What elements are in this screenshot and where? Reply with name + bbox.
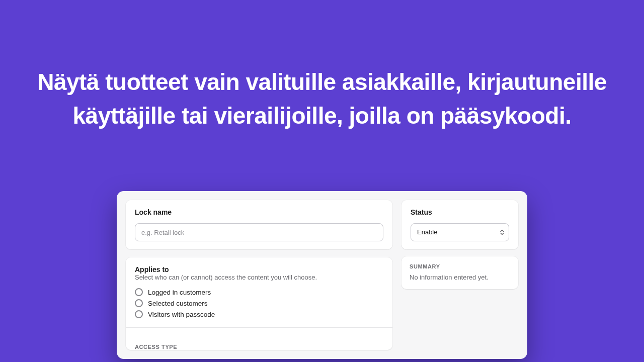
lock-name-title: Lock name	[135, 208, 383, 216]
right-column: Status Enable SUMMARY No information ent…	[401, 200, 518, 289]
radio-icon	[135, 299, 143, 307]
radio-selected-customers[interactable]: Selected customers	[135, 299, 383, 307]
applies-to-radio-group: Logged in customers Selected customers V…	[135, 288, 383, 318]
applies-to-card: Applies to Select who can (or cannot) ac…	[126, 257, 392, 350]
lock-name-card: Lock name	[126, 200, 392, 249]
divider	[126, 327, 392, 328]
hero-headline: Näytä tuotteet vain valituille asiakkail…	[0, 0, 644, 132]
status-card: Status Enable	[401, 200, 518, 249]
radio-icon	[135, 288, 143, 296]
radio-visitors-passcode[interactable]: Visitors with passcode	[135, 310, 383, 318]
status-title: Status	[411, 208, 509, 216]
applies-to-title: Applies to	[135, 265, 383, 274]
applies-to-helper: Select who can (or cannot) access the co…	[135, 274, 383, 281]
summary-text: No information entered yet.	[410, 274, 510, 281]
access-type-label: ACCESS TYPE	[126, 336, 392, 350]
status-select-wrap: Enable	[411, 223, 509, 241]
lock-name-input[interactable]	[135, 223, 383, 241]
radio-label: Visitors with passcode	[148, 311, 215, 318]
left-column: Lock name Applies to Select who can (or …	[126, 200, 392, 350]
radio-label: Logged in customers	[148, 289, 211, 296]
summary-label: SUMMARY	[410, 263, 510, 269]
status-select[interactable]: Enable	[411, 223, 509, 241]
summary-card: SUMMARY No information entered yet.	[401, 256, 518, 289]
radio-icon	[135, 310, 143, 318]
settings-panel: Lock name Applies to Select who can (or …	[117, 191, 527, 359]
radio-label: Selected customers	[148, 300, 208, 307]
radio-logged-in-customers[interactable]: Logged in customers	[135, 288, 383, 296]
